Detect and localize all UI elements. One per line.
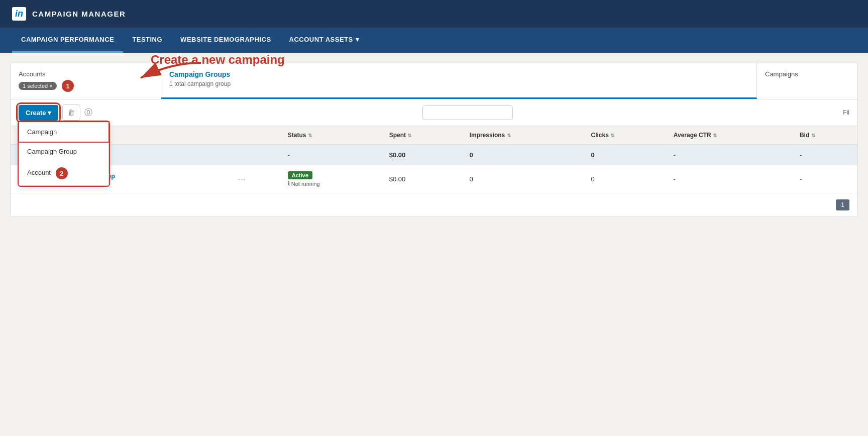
table-row: Default Campaign Group CID: 606483886 ··…: [11, 165, 857, 193]
selected-badge[interactable]: 1 selected ×: [19, 82, 57, 90]
sort-icon-bid: ⇅: [811, 133, 815, 138]
dropdown-item-account[interactable]: Account 2: [19, 161, 108, 185]
total-clicks: 0: [584, 145, 667, 165]
app-title: CAMPAIGN MANAGER: [32, 10, 126, 18]
accounts-label: Accounts: [19, 70, 153, 78]
row-status: Active ℹ Not running: [281, 165, 382, 193]
accounts-column-header: Accounts 1 selected × 1: [11, 63, 161, 99]
th-ctr[interactable]: Average CTR ⇅: [667, 126, 793, 145]
sort-icon-spent: ⇅: [407, 133, 411, 138]
delete-button[interactable]: 🗑: [62, 104, 80, 121]
th-bid[interactable]: Bid ⇅: [793, 126, 857, 145]
create-button[interactable]: Create ▾: [19, 105, 58, 121]
th-clicks[interactable]: Clicks ⇅: [584, 126, 667, 145]
page-1-button[interactable]: 1: [836, 199, 849, 210]
campaigns-label: Campaigns: [765, 70, 849, 78]
row-ctr: -: [667, 165, 793, 193]
chevron-down-icon: ▾: [356, 36, 360, 43]
total-spent: $0.00: [382, 145, 463, 165]
circle-badge-1: 1: [62, 80, 74, 92]
sort-icon-status: ⇅: [308, 133, 312, 138]
nav-campaign-performance[interactable]: CAMPAIGN PERFORMANCE: [12, 28, 123, 53]
more-actions-button[interactable]: ···: [238, 175, 247, 183]
sort-icon-clicks: ⇅: [610, 133, 614, 138]
status-active-badge: Active: [288, 171, 312, 179]
row-impressions: 0: [463, 165, 584, 193]
content-area: Accounts 1 selected × 1 Campaign Groups …: [0, 53, 868, 227]
circle-badge-2: 2: [56, 167, 68, 179]
pagination: 1: [11, 193, 857, 216]
campaigns-column-header: Campaigns: [757, 63, 857, 99]
main-panel: Accounts 1 selected × 1 Campaign Groups …: [10, 63, 858, 217]
th-impressions[interactable]: Impressions ⇅: [463, 126, 584, 145]
nav-website-demographics[interactable]: WEBSITE DEMOGRAPHICS: [171, 28, 280, 53]
total-bid: -: [793, 145, 857, 165]
not-running-label: ℹ Not running: [288, 180, 375, 187]
nav-testing[interactable]: TESTING: [123, 28, 171, 53]
info-icon: ℹ: [288, 180, 290, 187]
total-actions: [231, 145, 281, 165]
total-impressions: 0: [463, 145, 584, 165]
sort-icon-impressions: ⇅: [507, 133, 511, 138]
campaign-groups-column-header: Campaign Groups 1 total campaign group: [161, 63, 757, 99]
linkedin-logo: in: [12, 7, 26, 21]
search-input[interactable]: [422, 105, 513, 120]
total-status: -: [281, 145, 382, 165]
filter-label: Fil: [843, 109, 849, 116]
th-actions: [231, 126, 281, 145]
sort-icon-ctr: ⇅: [713, 133, 717, 138]
table-total-row: Campaign Group - $0.00 0 0 - -: [11, 145, 857, 165]
help-button[interactable]: ⓪: [84, 107, 92, 118]
row-bid: -: [793, 165, 857, 193]
help-icon: ⓪: [84, 108, 92, 117]
top-header: in CAMPAIGN MANAGER: [0, 0, 868, 28]
row-spent: $0.00: [382, 165, 463, 193]
dropdown-item-campaign-group[interactable]: Campaign Group: [19, 142, 108, 161]
trash-icon: 🗑: [68, 108, 75, 117]
total-ctr: -: [667, 145, 793, 165]
row-clicks: 0: [584, 165, 667, 193]
campaign-groups-label: Campaign Groups: [169, 70, 748, 78]
dropdown-item-campaign[interactable]: Campaign: [19, 122, 108, 142]
toolbar: Create ▾ 🗑 ⓪ Fil Campaign Campaign Group: [11, 99, 857, 126]
th-status[interactable]: Status ⇅: [281, 126, 382, 145]
create-dropdown: Campaign Campaign Group Account 2: [19, 122, 109, 186]
data-table: Name ⇅ Status ⇅ Spent ⇅ Impressions ⇅: [11, 126, 857, 193]
table-header-row: Name ⇅ Status ⇅ Spent ⇅ Impressions ⇅: [11, 126, 857, 145]
main-nav: CAMPAIGN PERFORMANCE TESTING WEBSITE DEM…: [0, 28, 868, 53]
row-actions: ···: [231, 165, 281, 193]
column-headers: Accounts 1 selected × 1 Campaign Groups …: [11, 63, 857, 99]
campaign-groups-sublabel: 1 total campaign group: [169, 80, 748, 87]
th-spent[interactable]: Spent ⇅: [382, 126, 463, 145]
nav-account-assets[interactable]: ACCOUNT ASSETS ▾: [280, 28, 369, 53]
filter-button[interactable]: Fil: [843, 109, 849, 116]
